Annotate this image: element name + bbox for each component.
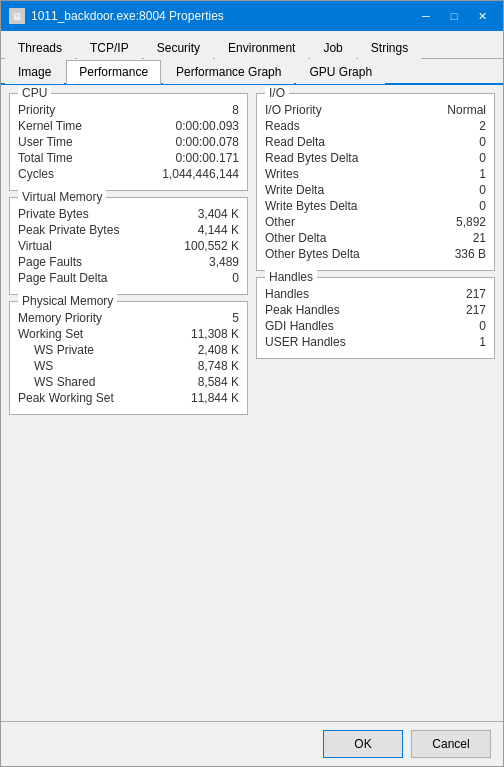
close-button[interactable]: ✕ (469, 6, 495, 26)
cpu-cycles-row: Cycles 1,044,446,144 (18, 166, 239, 182)
io-group-title: I/O (265, 86, 289, 100)
left-panel: CPU Priority 8 Kernel Time 0:00:00.093 U… (9, 93, 248, 564)
io-write-delta-row: Write Delta 0 (265, 182, 486, 198)
tab-image[interactable]: Image (5, 60, 64, 84)
tab-strings[interactable]: Strings (358, 36, 421, 59)
pm-ws-private-row: WS Private 2,408 K (18, 342, 239, 358)
cpu-cycles-label: Cycles (18, 167, 54, 181)
gdi-handles-row: GDI Handles 0 (265, 318, 486, 334)
maximize-button[interactable]: □ (441, 6, 467, 26)
spacer (1, 572, 503, 721)
cpu-priority-row: Priority 8 (18, 102, 239, 118)
peak-handles-row: Peak Handles 217 (265, 302, 486, 318)
cpu-total-row: Total Time 0:00:00.171 (18, 150, 239, 166)
vm-private-row: Private Bytes 3,404 K (18, 206, 239, 222)
app-icon: 🖥 (9, 8, 25, 24)
handles-row: Handles 217 (265, 286, 486, 302)
cpu-kernel-label: Kernel Time (18, 119, 82, 133)
io-read-bytes-delta-row: Read Bytes Delta 0 (265, 150, 486, 166)
vm-page-fault-delta-row: Page Fault Delta 0 (18, 270, 239, 286)
ok-button[interactable]: OK (323, 730, 403, 758)
tab-environment[interactable]: Environment (215, 36, 308, 59)
cpu-user-value: 0:00:00.078 (176, 135, 239, 149)
cpu-user-label: User Time (18, 135, 73, 149)
io-priority-row: I/O Priority Normal (265, 102, 486, 118)
io-other-delta-row: Other Delta 21 (265, 230, 486, 246)
cpu-group-title: CPU (18, 86, 51, 100)
handles-group-title: Handles (265, 270, 317, 284)
cpu-group: CPU Priority 8 Kernel Time 0:00:00.093 U… (9, 93, 248, 191)
cpu-user-row: User Time 0:00:00.078 (18, 134, 239, 150)
cpu-priority-value: 8 (232, 103, 239, 117)
physical-memory-title: Physical Memory (18, 294, 117, 308)
pm-memory-priority-row: Memory Priority 5 (18, 310, 239, 326)
tab-security[interactable]: Security (144, 36, 213, 59)
physical-memory-group: Physical Memory Memory Priority 5 Workin… (9, 301, 248, 415)
right-panel: I/O I/O Priority Normal Reads 2 Read Del… (256, 93, 495, 564)
cpu-total-value: 0:00:00.171 (176, 151, 239, 165)
cancel-button[interactable]: Cancel (411, 730, 491, 758)
cpu-kernel-row: Kernel Time 0:00:00.093 (18, 118, 239, 134)
io-writes-row: Writes 1 (265, 166, 486, 182)
minimize-button[interactable]: ─ (413, 6, 439, 26)
io-read-delta-row: Read Delta 0 (265, 134, 486, 150)
pm-working-set-row: Working Set 11,308 K (18, 326, 239, 342)
io-other-bytes-delta-row: Other Bytes Delta 336 B (265, 246, 486, 262)
virtual-memory-title: Virtual Memory (18, 190, 106, 204)
tab-row-2: Image Performance Performance Graph GPU … (1, 59, 503, 85)
window-title: 1011_backdoor.exe:8004 Properties (31, 9, 413, 23)
tab-threads[interactable]: Threads (5, 36, 75, 59)
tab-performance-graph[interactable]: Performance Graph (163, 60, 294, 84)
main-window: 🖥 1011_backdoor.exe:8004 Properties ─ □ … (0, 0, 504, 767)
user-handles-row: USER Handles 1 (265, 334, 486, 350)
cpu-total-label: Total Time (18, 151, 73, 165)
vm-page-faults-row: Page Faults 3,489 (18, 254, 239, 270)
title-bar: 🖥 1011_backdoor.exe:8004 Properties ─ □ … (1, 1, 503, 31)
window-controls: ─ □ ✕ (413, 6, 495, 26)
tab-gpu-graph[interactable]: GPU Graph (296, 60, 385, 84)
pm-ws-shared-row: WS Shared 8,584 K (18, 374, 239, 390)
tab-row-1: Threads TCP/IP Security Environment Job … (1, 31, 503, 59)
virtual-memory-group: Virtual Memory Private Bytes 3,404 K Pea… (9, 197, 248, 295)
content-area: CPU Priority 8 Kernel Time 0:00:00.093 U… (1, 85, 503, 572)
io-other-row: Other 5,892 (265, 214, 486, 230)
cpu-priority-label: Priority (18, 103, 55, 117)
vm-virtual-row: Virtual 100,552 K (18, 238, 239, 254)
io-group: I/O I/O Priority Normal Reads 2 Read Del… (256, 93, 495, 271)
pm-peak-working-set-row: Peak Working Set 11,844 K (18, 390, 239, 406)
footer: OK Cancel (1, 721, 503, 766)
io-reads-row: Reads 2 (265, 118, 486, 134)
tab-job[interactable]: Job (310, 36, 355, 59)
handles-group: Handles Handles 217 Peak Handles 217 GDI… (256, 277, 495, 359)
cpu-kernel-value: 0:00:00.093 (176, 119, 239, 133)
io-write-bytes-delta-row: Write Bytes Delta 0 (265, 198, 486, 214)
vm-peak-private-row: Peak Private Bytes 4,144 K (18, 222, 239, 238)
tab-performance[interactable]: Performance (66, 60, 161, 84)
cpu-cycles-value: 1,044,446,144 (162, 167, 239, 181)
pm-ws-row: WS 8,748 K (18, 358, 239, 374)
tab-tcpip[interactable]: TCP/IP (77, 36, 142, 59)
